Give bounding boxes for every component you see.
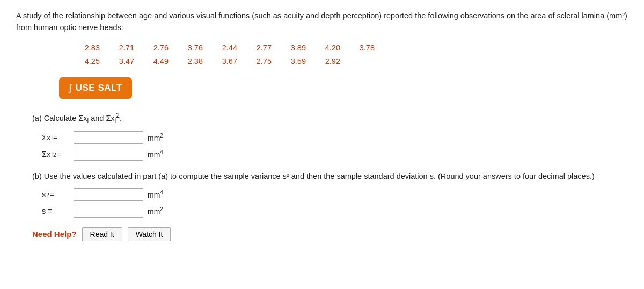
sum-xi-unit: mm2 [148, 133, 163, 142]
data-cell: 3.67 [218, 55, 237, 68]
s-row: s = mm2 [42, 205, 628, 218]
data-cell: 3.89 [287, 41, 306, 55]
data-cell: 4.49 [149, 55, 169, 68]
data-cell: 4.20 [321, 41, 340, 55]
data-table: 2.83 2.71 2.76 3.76 2.44 2.77 3.89 4.20 … [80, 41, 628, 68]
data-cell: 4.25 [80, 55, 100, 68]
sum-xi-input[interactable] [74, 131, 143, 144]
use-salt-label: USE SALT [76, 83, 122, 93]
data-cell: 2.76 [149, 41, 169, 55]
sum-xi-label: Σxi = [42, 133, 71, 142]
sigma-icon: ∫ [69, 82, 72, 94]
use-salt-button[interactable]: ∫ USE SALT [59, 77, 132, 99]
s2-label: s2 = [42, 190, 71, 199]
sum-xi2-unit: mm4 [148, 149, 163, 159]
part-b-section: (b) Use the values calculated in part (a… [32, 170, 628, 217]
part-a-section: (a) Calculate Σxi and Σxi2. Σxi = mm2 Σx… [32, 111, 628, 161]
s-unit: mm2 [148, 206, 163, 216]
s2-row: s2 = mm4 [42, 188, 628, 201]
data-cell: 2.75 [252, 55, 272, 68]
data-row-2: 4.25 3.47 4.49 2.38 3.67 2.75 3.59 2.92 [80, 55, 628, 68]
data-row-1: 2.83 2.71 2.76 3.76 2.44 2.77 3.89 4.20 … [80, 41, 628, 55]
s-label: s = [42, 207, 71, 215]
read-it-button[interactable]: Read It [82, 227, 122, 241]
need-help-row: Need Help? Read It Watch It [32, 227, 628, 241]
data-cell: 3.59 [287, 55, 306, 68]
part-a-label: (a) Calculate Σxi and Σxi2. [32, 111, 628, 126]
data-cell: 3.76 [184, 41, 203, 55]
data-cell: 2.92 [321, 55, 340, 68]
data-cell: 3.47 [115, 55, 134, 68]
data-cell: 2.71 [115, 41, 134, 55]
data-cell: 3.78 [355, 41, 375, 55]
s-input[interactable] [74, 205, 143, 218]
sum-xi2-row: Σxi2 = mm4 [42, 148, 628, 161]
sum-xi2-label: Σxi2 = [42, 150, 71, 158]
need-help-label: Need Help? [32, 229, 77, 239]
data-cell: 2.38 [184, 55, 203, 68]
part-b-text: (b) Use the values calculated in part (a… [32, 170, 628, 182]
data-cell: 2.83 [80, 41, 100, 55]
data-cell: 2.44 [218, 41, 237, 55]
s2-unit: mm4 [148, 190, 163, 199]
sum-xi2-input[interactable] [74, 148, 143, 161]
intro-text: A study of the relationship between age … [16, 10, 628, 34]
data-cell: 2.77 [252, 41, 272, 55]
watch-it-button[interactable]: Watch It [128, 227, 171, 241]
sum-xi-row: Σxi = mm2 [42, 131, 628, 144]
s2-input[interactable] [74, 188, 143, 201]
